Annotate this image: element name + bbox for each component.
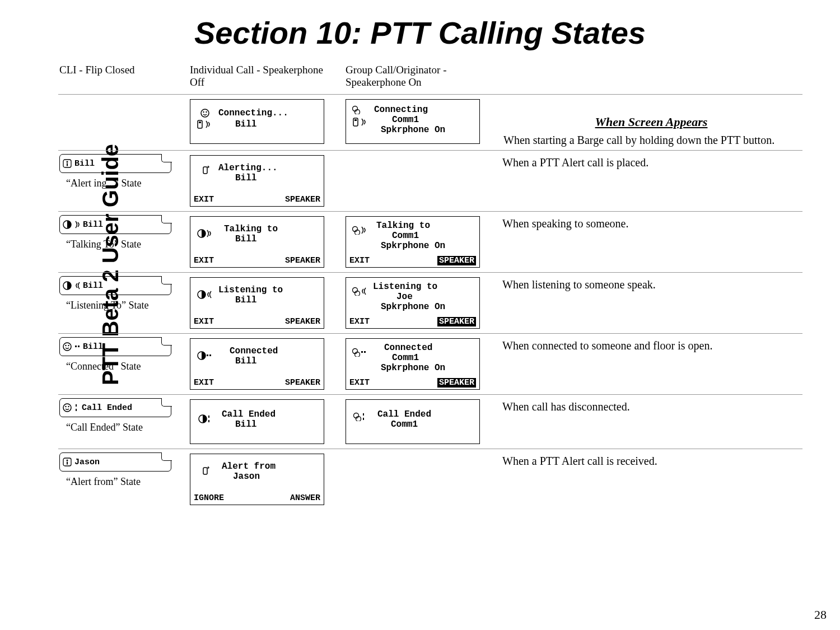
state-label: “Listening To” State bbox=[59, 295, 183, 311]
line: Connected bbox=[230, 347, 278, 356]
line: Connected bbox=[384, 343, 432, 352]
face-half-icon bbox=[198, 414, 207, 423]
two-face-icon bbox=[352, 226, 361, 235]
row-desc: When call has disconnected. bbox=[500, 396, 802, 447]
closed-connected: Bill bbox=[59, 337, 171, 356]
line: Comm1 bbox=[392, 353, 419, 362]
screen-alerting: Alerting... Bill EXITSPEAKER bbox=[190, 155, 324, 207]
row-desc: When connected to someone and floor is o… bbox=[500, 335, 802, 393]
info-icon bbox=[63, 159, 72, 168]
line: Listening to bbox=[218, 286, 283, 295]
two-face-icon bbox=[353, 412, 362, 421]
two-face-icon bbox=[352, 348, 361, 357]
state-table: CLI - Flip Closed Individual Call - Spea… bbox=[58, 62, 831, 508]
phone-speaker-icon bbox=[196, 120, 205, 129]
line: Bill bbox=[235, 120, 256, 129]
phone-arrow-icon bbox=[203, 166, 212, 175]
softkey-right: SPEAKER bbox=[285, 378, 320, 388]
closed-name: Bill bbox=[74, 159, 95, 169]
closed-name: Call Ended bbox=[82, 403, 132, 413]
row-desc: When listening to someone speak. bbox=[500, 274, 802, 332]
line: Talking to bbox=[224, 225, 278, 234]
softkey-right: ANSWER bbox=[290, 493, 320, 503]
line: Call Ended bbox=[377, 410, 431, 419]
softkey-right: SPEAKER bbox=[285, 317, 320, 326]
softkey-left: EXIT bbox=[194, 378, 214, 388]
line: Listening to bbox=[373, 282, 437, 291]
face-icon bbox=[200, 109, 209, 118]
closed-ended: Call Ended bbox=[59, 398, 171, 417]
closed-name: Jason bbox=[74, 458, 100, 467]
softkey-right: SPEAKER bbox=[437, 317, 476, 326]
softkey-left: EXIT bbox=[349, 256, 370, 265]
face-icon bbox=[63, 342, 72, 351]
closed-name: Bill bbox=[83, 220, 103, 230]
line: Comm1 bbox=[391, 420, 418, 429]
waves-icon bbox=[205, 120, 214, 129]
two-face-icon bbox=[352, 105, 361, 114]
line: Comm1 bbox=[392, 231, 419, 240]
waves-icon bbox=[361, 118, 370, 127]
screen-connecting-grp: Connecting Comm1 Spkrphone On bbox=[346, 99, 480, 144]
row-desc: When a PTT Alert call is placed. bbox=[500, 152, 802, 210]
state-label: “Talking To” State bbox=[59, 234, 183, 250]
softkey-left: EXIT bbox=[194, 256, 214, 265]
screen-listening-ind: Listening to Bill EXITSPEAKER bbox=[190, 277, 324, 329]
screen-connecting-ind: Connecting... Bill bbox=[190, 99, 324, 144]
softkey-right: SPEAKER bbox=[437, 256, 476, 265]
line: Talking to bbox=[376, 221, 430, 230]
state-label: “Alert from” State bbox=[59, 472, 183, 488]
line: Alerting... bbox=[218, 164, 278, 172]
softkey-right: SPEAKER bbox=[285, 256, 320, 265]
state-label: “Alert ing...” State bbox=[59, 173, 183, 189]
dash-icon bbox=[74, 342, 80, 351]
row-desc: When speaking to someone. bbox=[500, 213, 802, 271]
line: Joe bbox=[396, 292, 413, 301]
softkey-right: SPEAKER bbox=[285, 195, 320, 204]
two-face-icon bbox=[352, 287, 361, 296]
softkey-left: EXIT bbox=[194, 317, 214, 326]
bars-icon bbox=[74, 403, 79, 412]
screen-connected-ind: Connected Bill EXITSPEAKER bbox=[190, 338, 324, 390]
softkey-left: EXIT bbox=[349, 317, 370, 326]
line: Spkrphone On bbox=[381, 125, 445, 134]
waves-in-icon bbox=[361, 287, 366, 296]
line: Alert from bbox=[222, 462, 276, 471]
closed-talking: Bill bbox=[59, 215, 171, 234]
line: Bill bbox=[235, 296, 256, 305]
line: Jason bbox=[233, 472, 260, 481]
line: Bill bbox=[235, 420, 256, 429]
line: Spkrphone On bbox=[381, 363, 445, 372]
row-desc: When starting a Barge call by holding do… bbox=[501, 129, 801, 147]
screen-alertfrom: Alert from Jason IGNOREANSWER bbox=[190, 454, 324, 505]
closed-listening: Bill bbox=[59, 276, 171, 295]
line: Spkrphone On bbox=[381, 241, 445, 250]
line: Spkrphone On bbox=[381, 302, 445, 311]
col3-header: Group Call/Originator - Speakerphone On bbox=[344, 62, 496, 93]
line: Bill bbox=[235, 235, 256, 244]
face-half-icon bbox=[197, 229, 206, 238]
row-desc: When a PTT Alert call is received. bbox=[500, 450, 802, 508]
waves-in-icon bbox=[206, 290, 213, 299]
closed-name: Bill bbox=[83, 342, 103, 352]
state-label: “Connected” State bbox=[59, 356, 183, 372]
closed-alerting: Bill bbox=[59, 154, 171, 173]
line: Comm1 bbox=[392, 115, 419, 124]
screen-ended-grp: Call Ended Comm1 bbox=[346, 399, 480, 444]
bars-icon bbox=[207, 414, 212, 423]
col1-header: CLI - Flip Closed bbox=[58, 62, 184, 93]
closed-alertfrom: Jason bbox=[59, 452, 171, 472]
waves-in-icon bbox=[74, 281, 80, 290]
dash-icon bbox=[206, 351, 213, 360]
col2-header: Individual Call - Speakerphone Off bbox=[189, 62, 340, 93]
screen-connected-grp: Connected Comm1 Spkrphone On EXITSPEAKER bbox=[346, 338, 480, 390]
screen-talking-grp: Talking to Comm1 Spkrphone On EXITSPEAKE… bbox=[346, 216, 480, 268]
face-half-icon bbox=[197, 351, 206, 360]
phone-arrow-icon bbox=[203, 466, 212, 475]
face-half-icon bbox=[197, 290, 206, 299]
col4-header: When Screen Appears bbox=[501, 98, 801, 129]
softkey-left: EXIT bbox=[194, 195, 214, 204]
waves-icon bbox=[361, 226, 366, 235]
screen-listening-grp: Listening to Joe Spkrphone On EXITSPEAKE… bbox=[346, 277, 480, 329]
face-half-icon bbox=[63, 220, 72, 229]
